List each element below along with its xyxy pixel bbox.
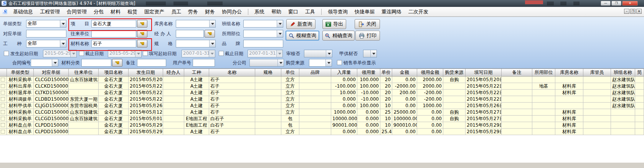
fill-start-date-select[interactable]: 2007-01-31 bbox=[182, 50, 215, 57]
row-selector[interactable] bbox=[0, 96, 7, 102]
column-header[interactable]: 金额 bbox=[392, 69, 417, 76]
column-header[interactable] bbox=[0, 69, 7, 76]
column-header[interactable]: 领用金额 bbox=[417, 69, 443, 76]
sale-price-display-checkbox[interactable] bbox=[337, 60, 342, 65]
fuzzy-query-button[interactable]: 模糊查询 bbox=[286, 31, 319, 41]
export-button[interactable]: 导出 bbox=[322, 19, 346, 29]
table-row[interactable]: 材料调拨单CLDBD150000001东营大厦一期金石大厦2015年05月22日… bbox=[0, 96, 644, 103]
minimize-button[interactable]: — bbox=[601, 1, 611, 6]
fill-end-date-select[interactable]: 2007-01-31 bbox=[248, 50, 283, 57]
owner-material-select[interactable] bbox=[363, 50, 377, 57]
column-header[interactable]: 领用量 bbox=[357, 69, 380, 76]
fill-end-date-checkbox[interactable] bbox=[219, 51, 224, 56]
material-name-input[interactable] bbox=[91, 40, 136, 47]
column-header[interactable]: 购货来源 bbox=[443, 69, 466, 76]
menu-item[interactable]: 协同办公 bbox=[218, 7, 245, 16]
work-type-select[interactable]: 全部 bbox=[26, 40, 66, 47]
menu-item[interactable]: 基础信息 bbox=[10, 7, 36, 16]
column-header[interactable]: 所用部位 bbox=[532, 69, 555, 76]
menu-item[interactable]: 材料 bbox=[107, 7, 124, 16]
occur-end-date-checkbox[interactable] bbox=[79, 51, 84, 56]
close-window-button[interactable]: 关闭 bbox=[355, 19, 380, 29]
material-name-picker-button[interactable]: ☚ bbox=[137, 40, 147, 47]
table-row[interactable]: 材料甲供单CLJGD150000001东营市国税局金石大厦2015年05月26日… bbox=[0, 103, 644, 109]
menu-item[interactable]: 领导查询 bbox=[324, 7, 351, 16]
row-selector[interactable] bbox=[0, 122, 7, 128]
column-header[interactable]: 发生日期 bbox=[129, 69, 163, 76]
menu-item[interactable]: 快捷单据 bbox=[351, 7, 378, 16]
branch-select[interactable] bbox=[249, 59, 284, 67]
column-header[interactable]: 班组名称 bbox=[611, 69, 635, 76]
menu-item[interactable]: 劳务 bbox=[185, 7, 201, 16]
column-header[interactable]: 往来单位 bbox=[69, 69, 99, 76]
project-input[interactable] bbox=[91, 20, 136, 28]
menu-item[interactable]: 工程管理 bbox=[36, 7, 63, 16]
menu-item[interactable]: 固定资产 bbox=[141, 7, 168, 16]
table-row[interactable]: 材料盘点单CLPDD150000001金石大厦2015年05月29日A土建石子立… bbox=[0, 129, 644, 135]
column-header[interactable]: 项目名称 bbox=[99, 69, 129, 76]
mdi-minimize-button[interactable]: – bbox=[624, 9, 629, 14]
column-header[interactable]: 填写日期 bbox=[466, 69, 502, 76]
row-selector[interactable] bbox=[0, 109, 7, 115]
column-header[interactable]: 品牌 bbox=[299, 69, 331, 76]
new-query-button[interactable]: 新查询 bbox=[286, 19, 315, 29]
row-selector[interactable] bbox=[0, 116, 7, 122]
brand-input[interactable] bbox=[243, 40, 283, 47]
menu-item[interactable]: 重连网络 bbox=[378, 7, 405, 16]
column-header[interactable]: 对应单据 bbox=[34, 69, 69, 76]
remark-input[interactable] bbox=[137, 59, 166, 67]
menu-item[interactable]: 员工 bbox=[168, 7, 185, 16]
menu-item[interactable]: 工具 bbox=[302, 7, 319, 16]
team-select[interactable] bbox=[243, 20, 283, 28]
project-picker-button[interactable]: ☚ bbox=[137, 20, 147, 28]
column-header[interactable]: 库房名称 bbox=[555, 69, 583, 76]
bill-type-select[interactable]: 全部 bbox=[26, 20, 66, 28]
menu-item[interactable]: 帮助 bbox=[268, 7, 285, 16]
exact-query-button[interactable]: 精确查询 bbox=[322, 31, 355, 41]
column-header[interactable]: 单据类型 bbox=[7, 69, 34, 76]
column-header[interactable]: 单价 bbox=[380, 69, 392, 76]
column-header[interactable]: 简 bbox=[635, 69, 644, 76]
column-header[interactable]: 名称 bbox=[209, 69, 255, 76]
column-header[interactable]: 入库量 bbox=[331, 69, 357, 76]
material-class-picker-button[interactable]: ☚ bbox=[112, 59, 122, 67]
handler-picker-button[interactable]: ☚ bbox=[205, 30, 215, 38]
menu-item[interactable]: 系统 bbox=[251, 7, 268, 16]
material-class-input[interactable] bbox=[81, 59, 111, 67]
row-selector[interactable] bbox=[0, 83, 7, 89]
purchase-source-select[interactable] bbox=[309, 59, 332, 67]
audited-select[interactable] bbox=[304, 50, 332, 57]
close-button[interactable]: ✕ bbox=[622, 1, 638, 6]
spec-select[interactable] bbox=[176, 40, 216, 47]
row-selector[interactable] bbox=[0, 103, 7, 109]
fill-start-date-checkbox[interactable] bbox=[143, 51, 148, 56]
row-selector[interactable] bbox=[0, 77, 7, 83]
occur-start-date-checkbox[interactable] bbox=[4, 51, 9, 56]
restore-button[interactable]: ❐ bbox=[611, 1, 621, 6]
menu-item[interactable]: 财务 bbox=[201, 7, 218, 16]
table-row[interactable]: 材料退库单CLTKD150000001金石大厦2015年05月22日A土建石子立… bbox=[0, 90, 644, 96]
row-selector[interactable] bbox=[0, 129, 7, 135]
row-selector[interactable] bbox=[0, 90, 7, 96]
occur-start-date-select[interactable]: 2015-05-29 bbox=[43, 50, 77, 57]
related-bill-input[interactable] bbox=[26, 30, 66, 38]
menu-item[interactable]: 分包 bbox=[90, 7, 107, 16]
menu-item[interactable]: 窗口 bbox=[285, 7, 302, 16]
contract-no-select[interactable] bbox=[31, 59, 58, 67]
print-button[interactable]: 打印 bbox=[355, 31, 380, 41]
menu-item[interactable]: 租赁 bbox=[124, 7, 141, 16]
column-header[interactable]: 规格 bbox=[255, 69, 281, 76]
partner-picker-button[interactable]: ☚ bbox=[137, 30, 147, 38]
column-header[interactable]: 经办人 bbox=[163, 69, 184, 76]
mdi-close-button[interactable]: ✕ bbox=[636, 9, 642, 14]
table-row[interactable]: 材料盘点单CLPDD150000001金石大厦2015年05月29日E地面工程白… bbox=[0, 122, 644, 129]
handler-input[interactable] bbox=[176, 30, 204, 38]
table-row[interactable]: 材料采购单CLCGD150000004山东百脉建筑:金石大厦2015年05月12… bbox=[0, 109, 644, 116]
menu-item[interactable]: 合同管理 bbox=[63, 7, 90, 16]
table-row[interactable]: 材料采购单CLCGD150000005山东百脉建筑:金石大厦2015年05月01… bbox=[0, 116, 644, 122]
table-row[interactable]: 材料采购单CLCGD150000001山东百脉建筑:金石大厦2015年05月20… bbox=[0, 77, 644, 83]
used-part-select[interactable] bbox=[243, 30, 283, 38]
column-header[interactable]: 备注 bbox=[502, 69, 532, 76]
mdi-restore-button[interactable]: ❐ bbox=[630, 9, 636, 14]
user-bill-no-input[interactable] bbox=[193, 59, 215, 67]
